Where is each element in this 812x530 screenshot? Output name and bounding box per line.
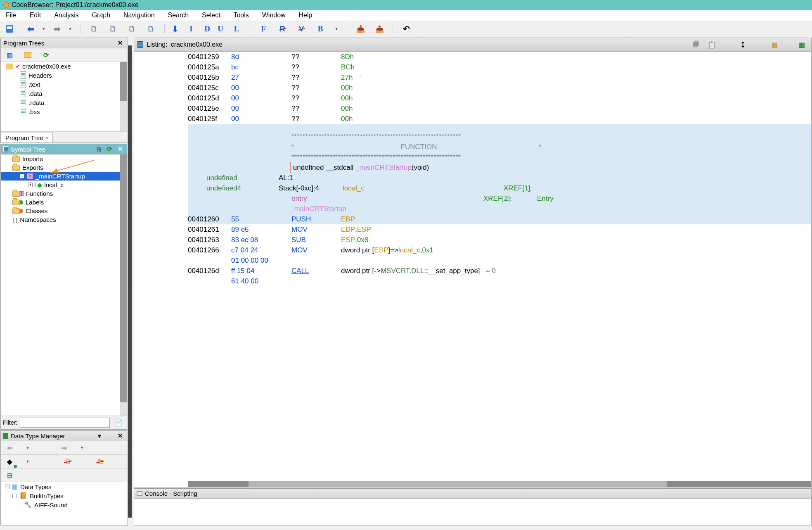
symbol-item-labels[interactable]: Labels [1, 198, 127, 207]
symbol-item-exports[interactable]: Exports [1, 163, 127, 172]
listing-row[interactable]: 00401260 55PUSHEBP [134, 214, 811, 224]
listing-row[interactable]: undefinedAL:1 [134, 173, 811, 183]
refresh-button[interactable]: ⟳ [105, 145, 114, 153]
tree-item-bss[interactable]: .bss [1, 107, 127, 116]
close-button[interactable]: ✕ [116, 432, 124, 440]
listing-row[interactable]: 0040125c 00??00h [134, 83, 811, 93]
tree-item-rdata[interactable]: .rdata [1, 98, 127, 107]
dtm-root[interactable]: − ▥ Data Types [1, 482, 127, 491]
menu-search[interactable]: Search [162, 10, 195, 20]
snapshot-button[interactable]: ▥ [795, 39, 808, 50]
tool-v-strike[interactable]: V [292, 24, 310, 34]
listing-row[interactable]: 00401263 83 ec 08SUBESP,0x8 [134, 235, 811, 245]
tool-i[interactable]: I [182, 24, 200, 34]
nav-back-menu[interactable]: ▼ [38, 24, 50, 34]
expand-icon[interactable]: − [5, 485, 9, 489]
symbol-item-_maincrtstartup[interactable]: − f _mainCRTStartup [1, 172, 127, 181]
listing-row[interactable]: *FUNCTION* [134, 142, 811, 152]
menu-file[interactable]: File [0, 10, 22, 20]
close-button[interactable]: ✕ [116, 39, 124, 47]
menu-window[interactable]: Window [256, 10, 291, 20]
listing-row[interactable]: 0040125f 00??00h [134, 114, 811, 124]
tool-define-data-4[interactable]: 🗋 [142, 24, 160, 34]
tool-b-menu[interactable]: ▼ [330, 24, 343, 34]
listing-row[interactable]: 00401259 8d??8Dh [134, 52, 811, 62]
listing-row[interactable]: undefined4Stack[-0xc]:4local_cXREF[1]: [134, 183, 811, 193]
close-button[interactable]: ✕ [116, 145, 124, 153]
listing-body[interactable]: 00401259 8d??8Dh0040125a bc??BCh0040125b… [134, 52, 811, 487]
menu-navigation[interactable]: Navigation [118, 10, 161, 20]
tree-item-headers[interactable]: Headers [1, 71, 127, 80]
tool-u[interactable]: U [214, 24, 227, 34]
tool-l[interactable]: L [227, 24, 246, 34]
copy-button[interactable]: 🗐 [690, 39, 702, 50]
collapse-button[interactable]: ⊟ [3, 470, 16, 480]
symbol-item-local_c[interactable]: + L local_c [1, 181, 127, 189]
symbol-item-functions[interactable]: f Functions [1, 189, 127, 198]
menu-help[interactable]: Help [293, 10, 318, 20]
listing-row[interactable]: 00401261 89 e5MOVEBP,ESP [134, 224, 811, 235]
listing-row[interactable]: 0040125d 00??00h [134, 93, 811, 103]
tool-define-data-1[interactable]: 🗋 [85, 24, 103, 34]
nav-back-button[interactable]: ⬅ [24, 24, 37, 34]
symbol-item-imports[interactable]: Imports [1, 154, 127, 163]
open-tree-button[interactable] [21, 50, 34, 60]
save-button[interactable] [3, 24, 16, 34]
menu-select[interactable]: Select [196, 10, 226, 20]
tool-r-strike[interactable]: R [273, 24, 291, 34]
tool-regs-out[interactable]: 📤 [370, 24, 388, 34]
listing-row[interactable]: entryXREF[2]:Entry [134, 193, 811, 204]
tree-item-text[interactable]: .text [1, 80, 127, 89]
menu-edit[interactable]: Edit [24, 10, 47, 20]
listing-row[interactable]: ****************************************… [134, 152, 811, 162]
tool-b[interactable]: B [311, 24, 329, 34]
back-button[interactable]: ⬅ [3, 442, 16, 453]
filter-options-button[interactable]: 📄 [112, 417, 125, 428]
expand-icon[interactable]: − [12, 494, 17, 498]
paste-button[interactable]: 📋 [705, 39, 718, 50]
listing-row[interactable]: _mainCRTStartup [134, 204, 811, 214]
tool-down-arrow[interactable]: ⬇ [169, 24, 181, 34]
listing-row[interactable]: 0040125a bc??BCh [134, 62, 811, 72]
fwd-menu[interactable]: ▼ [76, 442, 88, 453]
dtm-item-builtin[interactable]: − 📙 BuiltInTypes [1, 491, 127, 500]
filter-strike-2-button[interactable]: 🗀 [94, 456, 107, 467]
menu-button[interactable]: ▼ [95, 432, 104, 440]
symbol-item-classes[interactable]: Classes [1, 207, 127, 215]
menu-tools[interactable]: Tools [227, 10, 254, 20]
symbol-item-namespaces[interactable]: { } Namespaces [1, 215, 127, 224]
tool-define-data-2[interactable]: 🗋 [104, 24, 122, 34]
tool-f[interactable]: F [254, 24, 272, 34]
horizontal-scrollbar[interactable] [188, 481, 811, 487]
filter-strike-1-button[interactable]: 🗋 [62, 456, 74, 467]
console-body[interactable] [134, 499, 811, 525]
program-tree-tab[interactable]: Program Tree × [1, 133, 53, 143]
listing-row[interactable]: undefined __stdcall _mainCRTStartup(void… [134, 162, 811, 173]
tool-undo[interactable]: ↶ [397, 24, 415, 34]
listing-row[interactable]: 0040125e 00??00h [134, 103, 811, 114]
add-type-button[interactable]: ◆ [3, 456, 16, 467]
listing-row[interactable] [134, 124, 811, 131]
listing-row[interactable]: 0040126d ff 15 04CALLdword ptr [->MSVCRT… [134, 266, 811, 276]
new-tree-button[interactable]: ▥ [3, 50, 16, 60]
nav-fwd-button[interactable]: ➡ [51, 24, 63, 34]
menu-analysis[interactable]: Analysis [48, 10, 85, 20]
refresh-tree-button[interactable]: ⟳ [40, 50, 52, 60]
listing-row[interactable]: 0040125b 27??27h ' [134, 72, 811, 83]
cursor-button[interactable]: ⭥ [737, 39, 749, 50]
collapse-icon[interactable]: − [20, 174, 24, 178]
listing-row[interactable]: 00401266 c7 04 24MOVdword ptr [ESP]=>loc… [134, 245, 811, 255]
vertical-splitter[interactable] [128, 45, 132, 518]
close-icon[interactable]: × [45, 135, 49, 141]
back-menu[interactable]: ▼ [21, 442, 34, 453]
restore-button[interactable]: ⎘ [95, 145, 103, 153]
tree-item-data[interactable]: .data [1, 89, 127, 98]
expand-icon[interactable]: + [28, 183, 33, 187]
tool-d[interactable]: D [201, 24, 213, 34]
menu-graph[interactable]: Graph [86, 10, 116, 20]
add-menu[interactable]: ▼ [21, 456, 34, 467]
listing-row[interactable]: 61 40 00 [134, 276, 811, 286]
listing-row[interactable]: ****************************************… [134, 131, 811, 142]
symbol-filter-input[interactable] [20, 418, 110, 428]
listing-row[interactable]: 01 00 00 00 [134, 255, 811, 266]
